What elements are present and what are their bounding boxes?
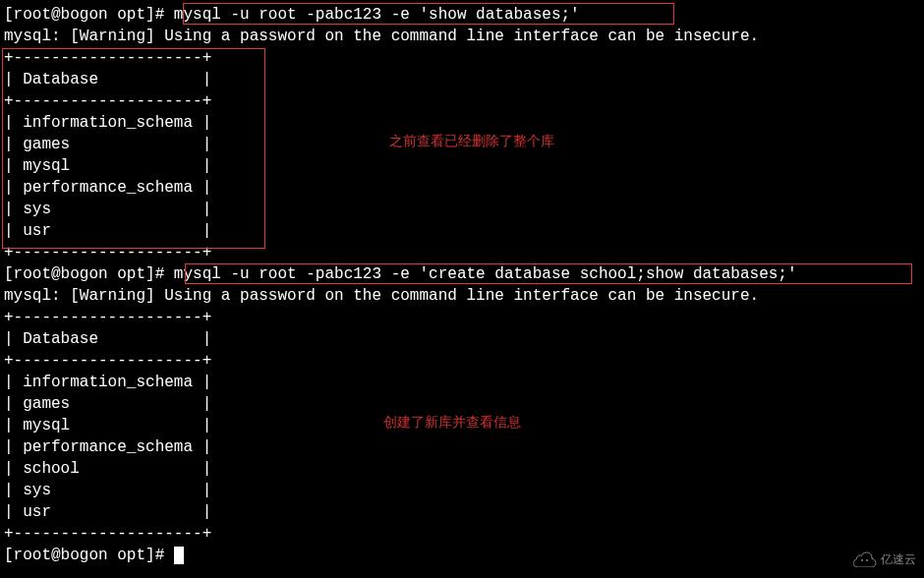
prompt-line-3[interactable]: [root@bogon opt]# (4, 545, 920, 566)
db-row: | mysql | (4, 155, 920, 177)
db-row: | performance_schema | (4, 436, 920, 458)
table-header: | Database | (4, 69, 920, 90)
svg-point-0 (861, 559, 863, 561)
annotation-text-1: 之前查看已经删除了整个库 (389, 130, 554, 151)
command-text-2: mysql -u root -pabc123 -e 'create databa… (174, 265, 797, 283)
prompt-line-1: [root@bogon opt]# mysql -u root -pabc123… (4, 4, 920, 26)
cloud-icon (853, 551, 877, 567)
table-border: +--------------------+ (4, 350, 920, 372)
prompt-line-2: [root@bogon opt]# mysql -u root -pabc123… (4, 263, 920, 285)
table-border: +--------------------+ (4, 523, 920, 545)
db-row: | sys | (4, 199, 920, 220)
shell-prompt: [root@bogon opt]# (4, 6, 174, 24)
table-border: +--------------------+ (4, 47, 920, 69)
warning-line-1: mysql: [Warning] Using a password on the… (4, 26, 920, 47)
db-row: | sys | (4, 480, 920, 501)
db-row: | information_schema | (4, 372, 920, 393)
terminal-cursor (174, 547, 184, 564)
command-text-1: mysql -u root -pabc123 -e 'show database… (174, 6, 580, 24)
table-border: +--------------------+ (4, 242, 920, 263)
db-row: | school | (4, 458, 920, 480)
table-border: +--------------------+ (4, 90, 920, 112)
db-row: | usr | (4, 501, 920, 523)
svg-point-1 (866, 559, 868, 561)
shell-prompt: [root@bogon opt]# (4, 547, 174, 564)
table-border: +--------------------+ (4, 307, 920, 328)
watermark-text: 亿速云 (881, 549, 916, 570)
shell-prompt: [root@bogon opt]# (4, 265, 174, 283)
watermark: 亿速云 (853, 549, 916, 570)
annotation-text-2: 创建了新库并查看信息 (383, 411, 521, 433)
db-row: | performance_schema | (4, 177, 920, 199)
warning-line-2: mysql: [Warning] Using a password on the… (4, 285, 920, 307)
table-header: | Database | (4, 328, 920, 350)
db-row: | usr | (4, 220, 920, 242)
